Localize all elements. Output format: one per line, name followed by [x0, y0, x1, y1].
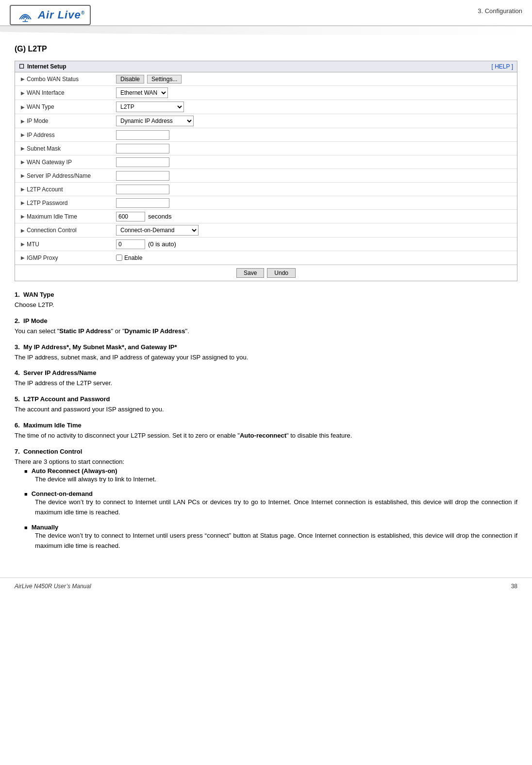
row-combo-wan: ▶ Combo WAN Status Disable Settings...	[15, 72, 517, 86]
wan-type-select[interactable]: L2TP	[116, 102, 184, 112]
row-max-idle-time: ▶ Maximum Idle Time seconds	[15, 210, 517, 223]
arrow-icon: ▶	[21, 132, 25, 137]
igmp-checkbox-area: Enable	[116, 255, 142, 261]
value-l2tp-password	[112, 197, 517, 209]
label-subnet-mask: ▶ Subnet Mask	[15, 143, 112, 154]
bullet-auto-reconnect-body: The device will always try to link to In…	[35, 475, 517, 485]
label-ip-mode: ▶ IP Mode	[15, 116, 112, 126]
label-l2tp-password: ▶ L2TP Password	[15, 198, 112, 208]
wan-interface-select[interactable]: Ethernet WAN	[116, 87, 168, 98]
seconds-label: seconds	[148, 213, 171, 220]
setup-panel-header: ☐ Internet Setup [ HELP ]	[15, 61, 517, 72]
logo-text: Air Live®	[38, 9, 85, 21]
value-igmp-proxy: Enable	[112, 253, 517, 263]
instruction-5-title: 5. L2TP Account and Password	[15, 395, 517, 403]
instruction-6-title: 6. Maximum Idle Time	[15, 422, 517, 429]
row-l2tp-account: ▶ L2TP Account	[15, 183, 517, 196]
row-wan-interface: ▶ WAN Interface Ethernet WAN	[15, 86, 517, 100]
setup-icon: ☐	[19, 63, 24, 70]
arrow-icon: ▶	[21, 76, 25, 82]
instruction-5: 5. L2TP Account and Password The account…	[15, 395, 517, 415]
label-server-ip: ▶ Server IP Address/Name	[15, 170, 112, 181]
mtu-hint: (0 is auto)	[148, 240, 176, 248]
label-igmp-proxy: ▶ IGMP Proxy	[15, 253, 112, 263]
connection-options-list: Auto Reconnect (Always-on) The device wi…	[24, 467, 517, 551]
row-wan-type: ▶ WAN Type L2TP	[15, 100, 517, 114]
row-ip-address: ▶ IP Address	[15, 128, 517, 142]
row-mtu: ▶ MTU (0 is auto)	[15, 238, 517, 251]
header-curve	[0, 26, 532, 35]
logo-reg: ®	[81, 10, 85, 16]
row-l2tp-password: ▶ L2TP Password	[15, 196, 517, 210]
instruction-2: 2. IP Mode You can select "Static IP Add…	[15, 317, 517, 337]
save-button[interactable]: Save	[236, 268, 264, 278]
value-combo-wan: Disable Settings...	[112, 73, 517, 85]
wan-gateway-input[interactable]	[116, 157, 169, 167]
label-wan-interface: ▶ WAN Interface	[15, 87, 112, 98]
bullet-auto-reconnect-title: Auto Reconnect (Always-on)	[24, 467, 517, 475]
arrow-icon: ▶	[21, 241, 25, 247]
save-undo-row: Save Undo	[15, 265, 517, 281]
internet-setup-panel: ☐ Internet Setup [ HELP ] ▶ Combo WAN St…	[15, 61, 517, 281]
value-l2tp-account	[112, 183, 517, 196]
label-max-idle-time: ▶ Maximum Idle Time	[15, 211, 112, 222]
page-number: 38	[511, 583, 517, 590]
arrow-icon: ▶	[21, 228, 25, 233]
row-subnet-mask: ▶ Subnet Mask	[15, 142, 517, 155]
instruction-1-body: Choose L2TP.	[15, 300, 517, 310]
instructions-section: 1. WAN Type Choose L2TP. 2. IP Mode You …	[0, 291, 532, 568]
settings-button[interactable]: Settings...	[147, 75, 182, 84]
instruction-1-title: 1. WAN Type	[15, 291, 517, 298]
instruction-7-body: There are 3 options to start connection:	[15, 457, 517, 467]
chapter-label: 3. Configuration	[478, 5, 522, 15]
bullet-connect-on-demand-title: Connect-on-demand	[24, 490, 517, 497]
undo-button[interactable]: Undo	[267, 268, 296, 278]
instruction-4-title: 4. Server IP Address/Name	[15, 369, 517, 376]
value-wan-interface: Ethernet WAN	[112, 86, 517, 100]
igmp-proxy-checkbox[interactable]	[116, 255, 122, 261]
instruction-4-body: The IP address of the L2TP server.	[15, 378, 517, 389]
instruction-5-body: The account and password your ISP assign…	[15, 405, 517, 415]
l2tp-account-input[interactable]	[116, 185, 169, 194]
instruction-4: 4. Server IP Address/Name The IP address…	[15, 369, 517, 389]
arrow-icon: ▶	[21, 187, 25, 192]
label-mtu: ▶ MTU	[15, 239, 112, 250]
bullet-connect-on-demand: Connect-on-demand The device won’t try t…	[24, 490, 517, 518]
arrow-icon: ▶	[21, 255, 25, 260]
help-link[interactable]: [ HELP ]	[492, 63, 513, 70]
bullet-manually-title: Manually	[24, 524, 517, 531]
page-header: Air Live® 3. Configuration	[0, 0, 532, 26]
instruction-3: 3. My IP Address*, My Subnet Mask*, and …	[15, 343, 517, 363]
ip-mode-select[interactable]: Dynamic IP Address Static IP Address	[116, 116, 194, 126]
bullet-manually: Manually The device won’t try to connect…	[24, 524, 517, 551]
arrow-icon: ▶	[21, 200, 25, 205]
mtu-input[interactable]	[116, 239, 145, 249]
server-ip-input[interactable]	[116, 171, 169, 181]
instruction-2-title: 2. IP Mode	[15, 317, 517, 324]
row-connection-control: ▶ Connection Control Connect-on-Demand A…	[15, 223, 517, 238]
value-mtu: (0 is auto)	[112, 238, 517, 251]
idle-time-input[interactable]	[116, 212, 145, 221]
label-combo-wan: ▶ Combo WAN Status	[15, 74, 112, 85]
arrow-icon: ▶	[21, 90, 25, 96]
arrow-icon: ▶	[21, 159, 25, 165]
value-wan-gateway	[112, 156, 517, 169]
disable-button[interactable]: Disable	[116, 75, 144, 84]
value-connection-control: Connect-on-Demand Auto Reconnect Manuall…	[112, 223, 517, 237]
connection-control-select[interactable]: Connect-on-Demand Auto Reconnect Manuall…	[116, 225, 199, 236]
subnet-mask-input[interactable]	[116, 144, 169, 153]
page-footer: AirLive N450R User’s Manual 38	[0, 578, 532, 595]
arrow-icon: ▶	[21, 214, 25, 219]
label-wan-type: ▶ WAN Type	[15, 102, 112, 112]
value-subnet-mask	[112, 142, 517, 155]
setup-title: Internet Setup	[27, 63, 66, 70]
instruction-3-body: The IP address, subnet mask, and IP addr…	[15, 353, 517, 363]
setup-header-left: ☐ Internet Setup	[19, 63, 66, 70]
arrow-icon: ▶	[21, 104, 25, 110]
bullet-auto-reconnect: Auto Reconnect (Always-on) The device wi…	[24, 467, 517, 485]
ip-address-input[interactable]	[116, 130, 169, 140]
l2tp-password-input[interactable]	[116, 198, 169, 208]
row-igmp-proxy: ▶ IGMP Proxy Enable	[15, 251, 517, 265]
value-wan-type: L2TP	[112, 100, 517, 114]
row-wan-gateway: ▶ WAN Gateway IP	[15, 155, 517, 169]
